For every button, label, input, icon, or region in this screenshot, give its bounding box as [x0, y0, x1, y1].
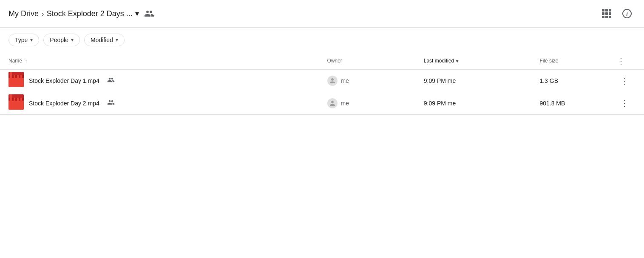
table-row[interactable]: Stock Exploder Day 1.mp4me9:09 PM me1.3 …	[0, 70, 644, 92]
breadcrumb-current[interactable]: Stock Exploder 2 Days ... ▾	[47, 9, 139, 18]
header-actions: i	[598, 5, 635, 22]
more-options-button[interactable]: ⋮	[617, 73, 632, 88]
grid-view-icon	[602, 9, 611, 18]
owner-label: me	[341, 77, 349, 84]
svg-rect-9	[14, 97, 15, 101]
breadcrumb-separator: ›	[41, 9, 44, 19]
svg-rect-6	[9, 100, 24, 110]
svg-rect-5	[20, 74, 22, 78]
avatar	[327, 76, 338, 86]
svg-rect-0	[9, 77, 24, 87]
people-filter-label: People	[50, 37, 68, 43]
owner-cell: me	[322, 70, 419, 92]
modified-chevron-icon: ▾	[116, 37, 118, 43]
avatar	[327, 98, 338, 108]
grid-view-button[interactable]	[598, 5, 615, 22]
row-actions-cell: ⋮	[612, 70, 644, 92]
svg-rect-11	[20, 97, 22, 101]
info-icon: i	[622, 9, 632, 18]
owner-column-label: Owner	[327, 58, 342, 64]
chevron-down-icon: ▾	[135, 9, 139, 18]
type-chevron-icon: ▾	[30, 37, 33, 43]
type-filter-label: Type	[15, 37, 28, 43]
share-people-button[interactable]	[142, 6, 157, 21]
shared-people-icon	[107, 99, 115, 108]
actions-more-icon: ⋮	[617, 56, 625, 65]
video-file-icon	[9, 73, 24, 88]
actions-column-header: ⋮	[612, 52, 644, 70]
modified-filter-button[interactable]: Modified ▾	[84, 34, 125, 46]
shared-people-icon	[107, 76, 115, 85]
table-header-row: Name ↑ Owner Last modified ▾ File size ⋮	[0, 52, 644, 70]
people-chevron-icon: ▾	[71, 37, 74, 43]
svg-rect-8	[10, 97, 12, 101]
sort-ascending-icon: ↑	[25, 57, 28, 64]
people-icon	[144, 9, 154, 19]
owner-cell: me	[322, 92, 419, 115]
file-name-cell: Stock Exploder Day 1.mp4	[0, 70, 322, 92]
modified-cell: 9:09 PM me	[419, 92, 535, 115]
svg-rect-10	[17, 97, 19, 101]
people-filter-button[interactable]: People ▾	[43, 34, 80, 46]
table-row[interactable]: Stock Exploder Day 2.mp4me9:09 PM me901.…	[0, 92, 644, 115]
sort-descending-icon: ▾	[456, 57, 459, 64]
info-button[interactable]: i	[618, 5, 635, 22]
file-size-column-label: File size	[539, 58, 558, 64]
clapperboard-icon	[9, 97, 24, 110]
last-modified-column-header[interactable]: Last modified ▾	[419, 52, 535, 70]
owner-column-header[interactable]: Owner	[322, 52, 419, 70]
svg-rect-2	[10, 74, 12, 78]
modified-filter-label: Modified	[91, 37, 113, 43]
breadcrumb-root[interactable]: My Drive	[9, 9, 39, 18]
name-column-label: Name	[9, 58, 22, 64]
breadcrumb: My Drive › Stock Exploder 2 Days ... ▾	[9, 6, 157, 21]
name-column-header[interactable]: Name ↑	[0, 52, 322, 70]
svg-rect-3	[14, 74, 15, 78]
file-size-cell: 1.3 GB	[534, 70, 612, 92]
video-file-icon	[9, 96, 24, 111]
file-name-label: Stock Exploder Day 2.mp4	[29, 100, 99, 107]
svg-rect-4	[17, 74, 19, 78]
file-size-cell: 901.8 MB	[534, 92, 612, 115]
last-modified-column-label: Last modified	[424, 58, 454, 64]
file-table: Name ↑ Owner Last modified ▾ File size ⋮	[0, 52, 644, 115]
more-options-button[interactable]: ⋮	[617, 96, 632, 111]
clapperboard-icon	[9, 74, 24, 87]
filter-bar: Type ▾ People ▾ Modified ▾	[0, 28, 644, 52]
owner-label: me	[341, 100, 349, 107]
breadcrumb-current-label: Stock Exploder 2 Days ...	[47, 9, 133, 18]
modified-cell: 9:09 PM me	[419, 70, 535, 92]
header: My Drive › Stock Exploder 2 Days ... ▾ i	[0, 0, 644, 28]
row-actions-cell: ⋮	[612, 92, 644, 115]
file-name-cell: Stock Exploder Day 2.mp4	[0, 92, 322, 115]
type-filter-button[interactable]: Type ▾	[9, 34, 39, 46]
file-size-column-header[interactable]: File size	[534, 52, 612, 70]
file-name-label: Stock Exploder Day 1.mp4	[29, 77, 99, 84]
